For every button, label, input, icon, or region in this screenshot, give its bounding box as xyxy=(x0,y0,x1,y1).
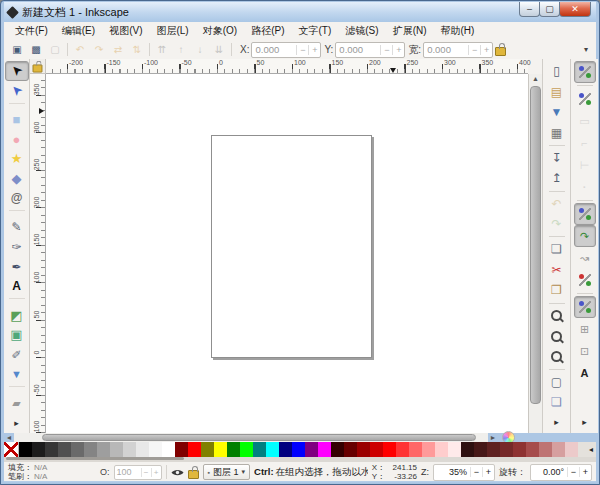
layer-lock-icon[interactable] xyxy=(188,470,199,479)
palette-swatch[interactable] xyxy=(45,442,58,457)
new-document-icon[interactable]: ▯ xyxy=(546,61,568,81)
palette-swatch[interactable] xyxy=(214,442,227,457)
palette-swatch[interactable] xyxy=(552,442,565,457)
palette-swatch[interactable] xyxy=(331,442,344,457)
palette-swatch[interactable] xyxy=(227,442,240,457)
rotation-decrease-button[interactable]: − xyxy=(567,467,579,477)
palette-swatch[interactable] xyxy=(201,442,214,457)
palette-swatch[interactable] xyxy=(136,442,149,457)
palette-swatch[interactable] xyxy=(422,442,435,457)
star-tool[interactable]: ★ xyxy=(5,149,29,169)
vertical-scrollbar[interactable]: ▲ xyxy=(528,74,542,433)
duplicate-icon[interactable]: ❏ xyxy=(546,239,568,259)
zoom-spinner[interactable]: 35% − + xyxy=(433,464,495,481)
scroll-right-arrow[interactable]: ► xyxy=(488,433,498,443)
horizontal-scrollbar-thumb[interactable] xyxy=(42,434,476,441)
palette-swatch[interactable] xyxy=(123,442,136,457)
palette-swatch[interactable] xyxy=(149,442,162,457)
import-icon[interactable]: ↧ xyxy=(546,148,568,168)
toolbar-overflow-button[interactable]: ▾ xyxy=(580,43,592,56)
vertical-scrollbar-thumb[interactable] xyxy=(530,86,541,404)
palette-swatch[interactable] xyxy=(448,442,461,457)
toolbox-overflow-arrow[interactable]: ▸ xyxy=(5,413,29,433)
export-icon[interactable]: ↥ xyxy=(546,168,568,188)
snap-others-icon[interactable] xyxy=(574,296,596,318)
open-folder-icon[interactable]: ▤ xyxy=(546,81,568,101)
gradient-tool[interactable]: ◩ xyxy=(5,305,29,325)
menu-extensions[interactable]: 扩展(N) xyxy=(386,22,434,40)
palette-swatch[interactable] xyxy=(266,442,279,457)
layer-selector[interactable]: ▪ 图层 1 ▾ xyxy=(203,464,251,480)
menu-help[interactable]: 帮助(H) xyxy=(434,22,482,40)
spiral-tool[interactable]: @ xyxy=(5,189,29,209)
calligraphy-tool[interactable]: ✒ xyxy=(5,257,29,277)
text-tool[interactable]: A xyxy=(5,277,29,297)
pencil-tool[interactable]: ✎ xyxy=(5,217,29,237)
zoom-page-icon[interactable] xyxy=(546,346,568,366)
menu-object[interactable]: 对象(O) xyxy=(196,22,244,40)
canvas[interactable] xyxy=(46,74,528,433)
zoom-drawing-icon[interactable] xyxy=(546,326,568,346)
snap-cusp-node-icon[interactable] xyxy=(574,269,596,291)
box3d-tool[interactable]: ◆ xyxy=(5,169,29,189)
vertical-ruler[interactable]: 350300250200150100500-50-100 xyxy=(30,74,46,433)
palette-swatch[interactable] xyxy=(318,442,331,457)
fill-value[interactable]: N/A xyxy=(34,463,47,472)
commands-overflow-arrow[interactable]: ▸ xyxy=(546,413,568,433)
palette-swatch[interactable] xyxy=(500,442,513,457)
guide-lock-icon[interactable] xyxy=(33,64,43,72)
select-all-icon[interactable]: ▣ xyxy=(8,41,26,59)
palette-swatch[interactable] xyxy=(539,442,552,457)
layers-dialog-icon[interactable]: ❏ xyxy=(546,392,568,412)
select-all-layers-icon[interactable]: ▩ xyxy=(27,41,45,59)
width-spinner[interactable]: 0.000−+ xyxy=(423,42,493,58)
snap-master-toggle-icon[interactable] xyxy=(574,61,596,83)
eraser-tool[interactable]: ▰ xyxy=(5,393,29,413)
snap-bbox-icon[interactable] xyxy=(574,88,596,110)
palette-swatch[interactable] xyxy=(357,442,370,457)
horizontal-scrollbar[interactable] xyxy=(14,433,488,442)
palette-swatch[interactable] xyxy=(513,442,526,457)
snap-grid-guide-icon[interactable]: ⊡ xyxy=(574,340,596,362)
snap-path-icon[interactable]: ↷ xyxy=(574,225,596,247)
palette-scrollbar-thumb[interactable] xyxy=(6,457,184,460)
palette-swatch[interactable] xyxy=(84,442,97,457)
rectangle-tool[interactable]: ■ xyxy=(5,110,29,130)
maximize-button[interactable]: ▢ xyxy=(539,2,560,17)
rotation-increase-button[interactable]: + xyxy=(579,467,591,477)
lock-ratio-icon[interactable] xyxy=(495,47,506,56)
horizontal-ruler[interactable]: -200-150-100-50050100150200250300350400 xyxy=(46,59,528,74)
palette-swatch[interactable] xyxy=(461,442,474,457)
palette-swatch[interactable] xyxy=(71,442,84,457)
stroke-value[interactable]: N/A xyxy=(34,472,47,481)
opacity-spinner[interactable]: 100 − + xyxy=(114,465,162,480)
palette-swatch[interactable] xyxy=(565,442,578,457)
scroll-left-arrow[interactable]: ◄ xyxy=(4,433,14,443)
selection-frame-icon[interactable]: ▢ xyxy=(546,372,568,392)
print-icon[interactable]: ▦ xyxy=(546,122,568,142)
dropper-tool[interactable]: ✐ xyxy=(5,345,29,365)
palette-swatch[interactable] xyxy=(305,442,318,457)
palette-swatch[interactable] xyxy=(97,442,110,457)
palette-none-swatch[interactable] xyxy=(4,442,19,457)
palette-swatch[interactable] xyxy=(240,442,253,457)
snap-text-baseline-icon[interactable]: A xyxy=(574,362,596,384)
palette-swatch[interactable] xyxy=(19,442,32,457)
snap-nodes-icon[interactable] xyxy=(574,203,596,225)
cut-icon[interactable]: ✂ xyxy=(546,260,568,280)
zoom-in-button[interactable]: + xyxy=(482,467,494,477)
menu-filters[interactable]: 滤镜(S) xyxy=(338,22,385,40)
palette-scroll-arrow[interactable]: ◂ xyxy=(586,442,596,457)
palette-swatch[interactable] xyxy=(435,442,448,457)
fill-stroke-indicator[interactable]: 填充：N/A 笔刷：N/A xyxy=(8,463,96,481)
zoom-selection-icon[interactable] xyxy=(546,306,568,326)
rotation-spinner[interactable]: 0.00° − + xyxy=(530,464,592,481)
palette-swatch[interactable] xyxy=(474,442,487,457)
palette-swatch[interactable] xyxy=(188,442,201,457)
ellipse-tool[interactable]: ● xyxy=(5,129,29,149)
minimize-button[interactable]: – xyxy=(519,2,540,17)
palette-swatch[interactable] xyxy=(370,442,383,457)
palette-swatch[interactable] xyxy=(110,442,123,457)
y-spinner[interactable]: 0.000−+ xyxy=(335,42,405,58)
save-icon[interactable]: ▼ xyxy=(546,102,568,122)
